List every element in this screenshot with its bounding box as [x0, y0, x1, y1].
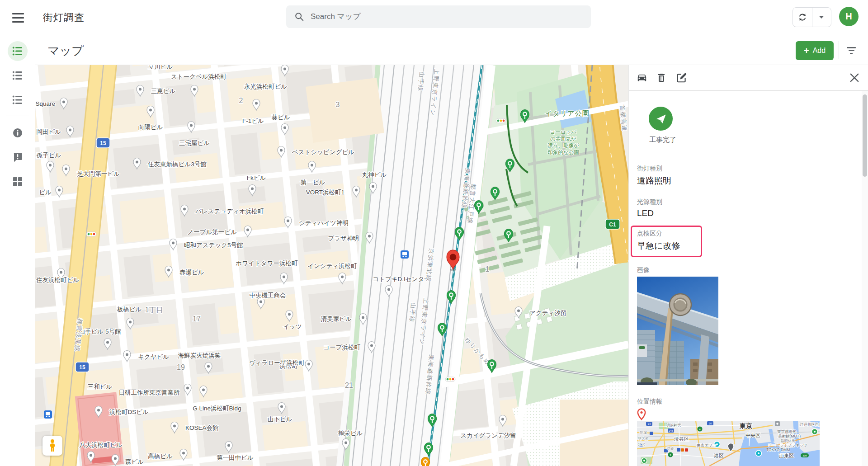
search-icon	[294, 12, 304, 22]
list-icon	[12, 46, 23, 56]
map-pin-record-orange[interactable]	[421, 457, 429, 466]
minimap-label: 北沢	[637, 442, 645, 447]
sync-menu-button[interactable]	[812, 8, 831, 27]
car-icon[interactable]	[636, 72, 648, 84]
minimap-label: 東京タワー	[697, 443, 716, 447]
map-label: ベストシッピングビル	[292, 149, 354, 155]
delete-icon[interactable]	[656, 72, 668, 84]
sidebar-item-about[interactable]	[8, 123, 28, 143]
map-label: 三和ビル	[88, 383, 113, 390]
map-label: Square	[35, 100, 55, 107]
svg-text:24: 24	[648, 423, 651, 425]
filter-icon[interactable]	[844, 44, 858, 57]
map-label: ヴィラローザ浜松町	[249, 359, 305, 366]
map-label: 山下ビル	[268, 416, 292, 423]
map-label: パレステュディオ浜松町	[195, 208, 264, 215]
map-label: 岡田ビル	[36, 128, 61, 135]
minimap-label: 中央区	[745, 433, 760, 438]
map-label: スカイグランデ汐留	[460, 432, 516, 439]
map-label: 立川ビル	[148, 65, 173, 70]
panel-scrollbar-thumb[interactable]	[863, 94, 867, 177]
plus-icon: +	[804, 46, 809, 55]
svg-text:246: 246	[669, 429, 674, 432]
park-description: 漂う、彫像が	[547, 143, 579, 149]
minimap-label: チームラボプラネッツ	[768, 443, 807, 447]
add-button[interactable]: + Add	[796, 41, 834, 60]
panel-content: 工事完了 街灯種別道路照明光源種別LED点検区分早急に改修 画像	[629, 91, 868, 466]
block-number: 1丁目	[145, 306, 164, 314]
edit-icon[interactable]	[676, 72, 688, 84]
view-header: マップ + Add	[35, 35, 868, 65]
sync-button[interactable]	[793, 8, 812, 27]
map-canvas[interactable]: 1515C1三恵ビルストークベル浜松町永光浜松町ビルSquare岡田ビル向陽ビル…	[35, 65, 628, 466]
add-button-label: Add	[813, 47, 826, 55]
minimap-label: 東京	[739, 422, 752, 429]
map-label: 高橋ビル	[148, 453, 173, 460]
field-街灯種別: 街灯種別道路照明	[637, 165, 702, 187]
block-number: 19	[177, 363, 185, 371]
map-label: G Line浜松町Bldg	[193, 405, 241, 412]
location-minimap[interactable]: 2420246 4 3 308 東京中央区渋谷区港区江東区明治神宮東京都現代美	[637, 421, 820, 466]
record-status: 工事完了	[649, 107, 703, 144]
info-icon	[12, 127, 23, 138]
street-view-pegman[interactable]	[42, 436, 62, 456]
park-label: イタリア公園	[545, 109, 589, 117]
map-label: コトブキD.Iセンター	[373, 276, 430, 282]
minimap-label: 渋谷	[667, 446, 674, 450]
traffic-light-icon	[445, 377, 455, 381]
minimap-label: 笹塚	[640, 431, 647, 435]
map-label: 八大浜松町ビル	[79, 442, 122, 448]
sidebar-item-list-2[interactable]	[8, 66, 28, 85]
svg-text:15: 15	[100, 140, 106, 146]
header-divider	[839, 41, 839, 59]
map-label: 板橋ビル	[117, 306, 142, 313]
app-title: 街灯調査	[43, 11, 85, 24]
location-section-label: 位置情報	[637, 398, 662, 406]
minimap-label: 江戸川区自然動物	[800, 422, 820, 427]
menu-icon[interactable]	[10, 9, 26, 26]
field-光源種別: 光源種別LED	[637, 198, 702, 218]
minimap-label: 明大前	[638, 437, 649, 441]
grid-icon	[13, 177, 23, 187]
close-icon[interactable]	[848, 71, 861, 84]
map-label: 清美家ビル	[321, 315, 352, 322]
minimap-label: 港区	[714, 453, 724, 458]
map-label: コープ浜松町	[323, 344, 360, 351]
park-description: ヨーロッパ	[550, 129, 577, 135]
bus-station-icon[interactable]	[44, 410, 52, 419]
block-number: 1	[486, 265, 490, 273]
sync-button-group	[793, 7, 831, 27]
search-bar[interactable]	[286, 5, 591, 28]
train-station-icon[interactable]	[401, 250, 409, 259]
map-label: 芝大門第一ビル	[77, 170, 120, 177]
traffic-light-icon	[496, 118, 506, 123]
map-label: ストークベル浜松町	[171, 73, 227, 80]
sidebar-item-map-list[interactable]	[8, 41, 28, 61]
map-label: 中央機工商会	[250, 292, 286, 299]
sidebar-item-feedback[interactable]	[8, 147, 28, 167]
map-label: 孫子ビル	[36, 152, 61, 159]
search-input[interactable]	[311, 12, 583, 21]
map-label: 住友浜松町ビル	[36, 277, 79, 283]
map-label: シティハイツ神明	[299, 220, 349, 226]
record-photo[interactable]	[637, 277, 718, 385]
avatar[interactable]: H	[839, 7, 859, 26]
top-app-bar: 街灯調査 H	[0, 0, 868, 35]
map-label: イッツ	[283, 323, 302, 330]
sidebar-item-apps[interactable]	[8, 172, 28, 192]
status-label: 工事完了	[642, 136, 683, 144]
map-label: インシティ浜松町	[307, 263, 357, 269]
svg-text:308: 308	[802, 454, 807, 457]
svg-text:C1: C1	[609, 221, 616, 228]
map-label: 向陽ビル	[138, 124, 163, 131]
sidebar-item-list-3[interactable]	[8, 90, 28, 110]
map-label: プラザ神明	[328, 235, 359, 242]
map-label: 丸神ビル	[362, 171, 387, 178]
map-label: 昭和アステック5号館	[184, 242, 243, 249]
detail-panel: 工事完了 街灯種別道路照明光源種別LED点検区分早急に改修 画像	[628, 65, 868, 466]
left-nav	[0, 35, 35, 466]
chevron-down-icon	[819, 15, 824, 19]
map-label: KOSEA会館	[185, 424, 219, 431]
map-label: 三宅屋ビル	[179, 140, 210, 146]
paper-plane-icon	[649, 107, 673, 131]
